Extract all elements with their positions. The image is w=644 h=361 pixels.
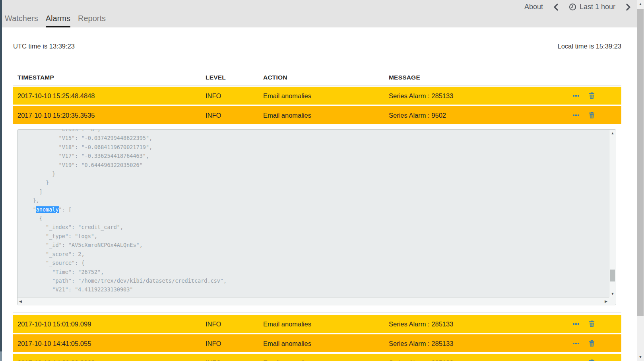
trash-icon[interactable]: [589, 340, 595, 347]
table-header: TIMESTAMP LEVEL ACTION MESSAGE: [13, 69, 621, 86]
trash-icon[interactable]: [589, 92, 595, 99]
page-scroll-up-icon[interactable]: ▲: [637, 0, 644, 8]
row-level: INFO: [206, 359, 221, 361]
row-action: Email anomalies: [263, 111, 311, 119]
column-header-message: MESSAGE: [389, 74, 420, 81]
table-row[interactable]: 2017-10-10 14:41:05.055 INFO Email anoma…: [13, 334, 621, 352]
table-row[interactable]: 2017-10-10 15:20:35.3535 INFO Email anom…: [13, 106, 621, 124]
alarm-json-viewer[interactable]: "Class": "0", "V15": "-0.037429944862239…: [17, 129, 616, 305]
row-action: Email anomalies: [263, 320, 311, 328]
scroll-right-arrow-icon[interactable]: ▶: [605, 298, 607, 305]
row-timestamp: 2017-10-10 15:25:48.4848: [17, 92, 95, 99]
trash-icon[interactable]: [589, 359, 595, 361]
row-action: Email anomalies: [263, 359, 311, 361]
clock-icon: [569, 3, 576, 11]
trash-icon[interactable]: [589, 320, 595, 327]
row-level: INFO: [206, 111, 221, 119]
page-scroll-thumb[interactable]: [637, 9, 644, 316]
about-link[interactable]: About: [524, 3, 543, 11]
scrollbar-corner: [609, 297, 616, 305]
tab-alarms[interactable]: Alarms: [46, 14, 70, 27]
column-header-level: LEVEL: [206, 74, 226, 81]
json-after-selection: ": [ { "_index": "credit_card", "_type":…: [20, 206, 227, 293]
table-row[interactable]: 2017-10-10 15:25:48.4848 INFO Email anom…: [13, 87, 621, 105]
chevron-right-icon[interactable]: [626, 4, 631, 11]
json-selected-text: anomaly: [36, 206, 59, 213]
tab-reports[interactable]: Reports: [78, 14, 106, 27]
json-before-selection: "Class": "0", "V15": "-0.037429944862239…: [20, 129, 152, 213]
row-action: Email anomalies: [263, 340, 311, 347]
row-level: INFO: [206, 92, 221, 99]
alarms-page: UTC time is 13:39:23 Local time is 15:39…: [2, 27, 637, 361]
row-level: INFO: [206, 340, 221, 347]
page-scrollbar[interactable]: ▲ ▼: [637, 0, 644, 361]
alarm-detail-panel: "Class": "0", "V15": "-0.037429944862239…: [13, 126, 621, 313]
row-message: Series Alarm : 285133: [389, 320, 453, 328]
row-message: Series Alarm : 285133: [389, 359, 453, 361]
code-vertical-scrollbar[interactable]: ▲ ▼: [609, 130, 616, 297]
ellipsis-icon[interactable]: [573, 95, 579, 97]
vertical-scroll-thumb[interactable]: [610, 270, 615, 281]
row-action: Email anomalies: [263, 92, 311, 99]
scroll-left-arrow-icon[interactable]: ◀: [19, 298, 22, 305]
utc-time-label: UTC time is 13:39:23: [13, 43, 75, 50]
scroll-down-arrow-icon[interactable]: ▼: [609, 292, 616, 296]
tab-watchers[interactable]: Watchers: [5, 14, 38, 27]
row-actions: [573, 87, 595, 105]
row-timestamp: 2017-10-10 14:41:05.055: [17, 340, 91, 347]
row-actions: [573, 315, 595, 333]
local-time-label: Local time is 15:39:23: [557, 43, 621, 50]
time-range-label: Last 1 hour: [580, 3, 615, 11]
row-timestamp: 2017-10-10 15:01:09.099: [17, 320, 91, 328]
row-message: Series Alarm : 285133: [389, 92, 453, 99]
code-horizontal-scrollbar[interactable]: ◀ ▶: [17, 297, 609, 305]
alarm-json-text[interactable]: "Class": "0", "V15": "-0.037429944862239…: [17, 129, 609, 297]
row-message: Series Alarm : 9502: [389, 111, 446, 119]
row-actions: [573, 334, 595, 352]
page-scroll-down-icon[interactable]: ▼: [637, 353, 644, 361]
top-navigation-bar: Watchers Alarms Reports About Last 1 hou…: [2, 0, 637, 27]
row-timestamp: 2017-10-10 15:20:35.3535: [17, 111, 95, 119]
ellipsis-icon[interactable]: [573, 343, 579, 344]
column-header-action: ACTION: [263, 74, 287, 81]
ellipsis-icon[interactable]: [573, 115, 579, 116]
topbar-utility: About Last 1 hour: [524, 3, 631, 11]
column-header-timestamp: TIMESTAMP: [17, 74, 54, 81]
ellipsis-icon[interactable]: [573, 323, 579, 325]
row-actions: [573, 354, 595, 361]
chevron-left-icon[interactable]: [553, 4, 559, 11]
row-timestamp: 2017-10-10 14:39:29.2929: [17, 359, 95, 361]
table-row[interactable]: 2017-10-10 14:39:29.2929 INFO Email anom…: [13, 354, 621, 361]
scroll-up-arrow-icon[interactable]: ▲: [609, 131, 616, 135]
table-row[interactable]: 2017-10-10 15:01:09.099 INFO Email anoma…: [13, 315, 621, 333]
row-message: Series Alarm : 285133: [389, 340, 453, 347]
alarms-table: TIMESTAMP LEVEL ACTION MESSAGE 2017-10-1…: [13, 69, 621, 361]
nav-tabs: Watchers Alarms Reports: [5, 14, 113, 27]
row-level: INFO: [206, 320, 221, 328]
time-range-picker[interactable]: Last 1 hour: [569, 3, 615, 11]
trash-icon[interactable]: [589, 112, 595, 118]
row-actions: [573, 106, 595, 124]
